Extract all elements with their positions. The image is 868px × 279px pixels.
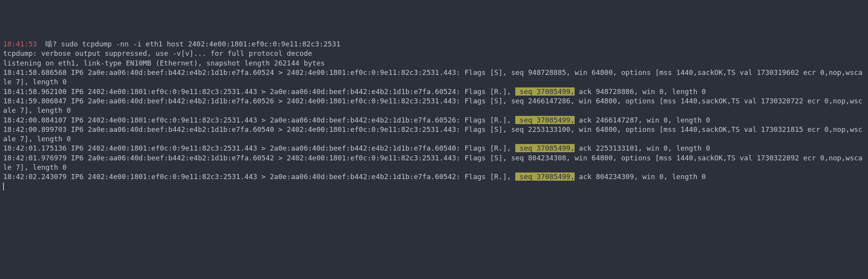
output-line: 18:41:59.806847 IP6 2a0e:aa06:40d:beef:b… (3, 97, 863, 114)
highlighted-seq: seq 37085499, (515, 144, 575, 152)
output-line: 18:42:01.175136 IP6 2402:4e00:1801:ef0c:… (3, 144, 515, 152)
output-line: ack 948728886, win 0, length 0 (575, 87, 706, 96)
output-line: ack 2466147287, win 0, length 0 (575, 116, 710, 124)
cursor-icon (3, 183, 4, 190)
output-line: 18:42:00.899703 IP6 2a0e:aa06:40d:beef:b… (3, 125, 863, 143)
highlighted-seq: seq 37085499, (515, 172, 575, 181)
output-line: ack 804234309, win 0, length 0 (575, 172, 706, 181)
output-line: 18:41:58.686568 IP6 2a0e:aa06:40d:beef:b… (3, 68, 863, 86)
output-line: 18:42:02.243079 IP6 2402:4e00:1801:ef0c:… (3, 172, 515, 181)
output-line: tcpdump: verbose output suppressed, use … (3, 49, 312, 57)
prompt-timestamp: 18:41:53 (3, 40, 37, 48)
highlighted-seq: seq 37085499, (515, 116, 575, 124)
output-line: listening on eth1, link-type EN10MB (Eth… (3, 59, 325, 67)
output-line: 18:42:00.084107 IP6 2402:4e00:1801:ef0c:… (3, 116, 515, 124)
terminal-output[interactable]: 18:41:53 喵? sudo tcpdump -nn -i eth1 hos… (3, 39, 865, 191)
highlighted-seq: seq 37085499, (515, 87, 575, 96)
output-line: ack 2253133101, win 0, length 0 (575, 144, 710, 152)
command-text: sudo tcpdump -nn -i eth1 host 2402:4e00:… (61, 40, 340, 48)
prompt-marker: 喵? (45, 40, 57, 48)
output-lines: tcpdump: verbose output suppressed, use … (3, 49, 863, 181)
output-line: 18:41:58.962100 IP6 2402:4e00:1801:ef0c:… (3, 87, 515, 96)
output-line: 18:42:01.976979 IP6 2a0e:aa06:40d:beef:b… (3, 154, 863, 171)
